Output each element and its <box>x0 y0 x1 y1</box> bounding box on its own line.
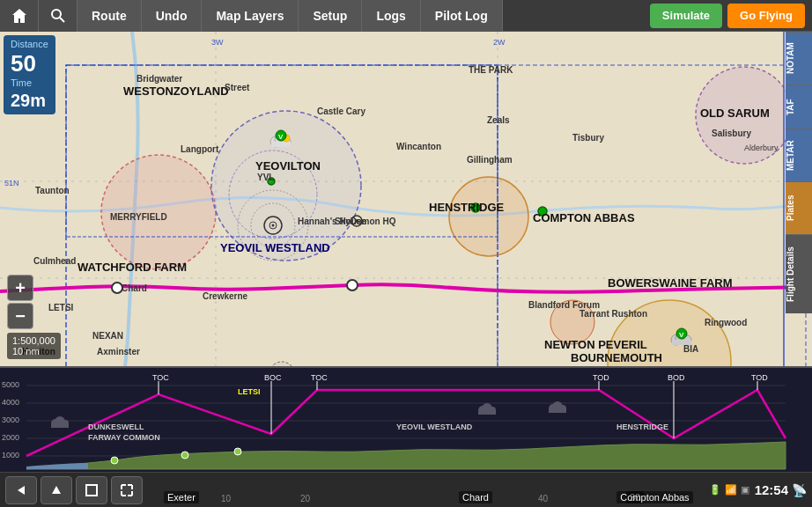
network-icon: 📶 <box>725 484 737 496</box>
svg-text:V: V <box>679 331 684 339</box>
svg-text:TOD: TOD <box>593 373 609 382</box>
nav-up-button[interactable] <box>41 476 72 504</box>
place-castle-cary: Castle Cary <box>317 107 365 116</box>
place-bowerswaine: BOWERSWAINE FARM <box>608 276 733 290</box>
svg-point-21 <box>272 224 275 227</box>
place-chard: Chard <box>122 283 147 293</box>
undo-button[interactable]: Undo <box>142 0 203 32</box>
setup-button[interactable]: Setup <box>299 0 362 32</box>
battery-icon: ▣ <box>741 484 749 496</box>
svg-text:4000: 4000 <box>2 398 19 407</box>
svg-rect-72 <box>549 408 566 413</box>
svg-text:2000: 2000 <box>2 433 19 442</box>
place-crewkerne: Crewkerne <box>203 291 247 301</box>
dist-40: 40 <box>538 494 548 503</box>
svg-point-7 <box>449 177 528 256</box>
svg-point-0 <box>52 10 61 18</box>
scale-panel: 1:500,000 10 nm <box>7 333 61 359</box>
place-tisbury: Tisbury <box>572 133 604 143</box>
place-bridgwater: Bridgwater <box>137 74 182 84</box>
place-old-sarum: OLD SARUM <box>700 107 770 120</box>
distance-label: Distance <box>11 39 48 50</box>
place-merryfield: MERRYFIELD <box>110 212 167 222</box>
scale-ratio: 1:500,000 <box>12 335 55 346</box>
svg-text:TOC: TOC <box>152 373 169 382</box>
svg-rect-94 <box>86 485 97 496</box>
home-button[interactable] <box>0 0 39 32</box>
clock: 12:54 <box>755 482 788 497</box>
dist-10: 10 <box>221 494 231 503</box>
svg-point-92 <box>234 448 241 455</box>
svg-text:YEOVIL WESTLAND: YEOVIL WESTLAND <box>396 422 473 431</box>
svg-text:51N: 51N <box>4 179 19 187</box>
svg-text:Alderbury: Alderbury <box>744 143 779 152</box>
main-area: V V 51N 3 <box>0 32 812 472</box>
svg-text:BOD: BOD <box>668 373 685 382</box>
svg-text:V: V <box>278 133 284 141</box>
place-culmhead: Culmhead <box>33 256 76 266</box>
svg-text:DUNKESWELL: DUNKESWELL <box>88 422 144 431</box>
route-button[interactable]: Route <box>78 0 142 32</box>
svg-rect-25 <box>271 142 291 147</box>
dist-20: 20 <box>300 494 310 503</box>
place-letsi: LETSI <box>48 303 73 312</box>
place-compton-abbas: COMPTON ABBAS <box>533 211 635 224</box>
pilot-log-button[interactable]: Pilot Log <box>421 0 503 32</box>
notam-button[interactable]: NOTAM <box>786 32 812 84</box>
place-street: Street <box>225 83 249 92</box>
place-tarrant-rushton: Tarrant Rushton <box>579 309 647 319</box>
place-yeovil-westland: YEOVIL WESTLAND <box>220 241 330 254</box>
place-nexan: NEXAN <box>92 331 123 341</box>
svg-text:BOC: BOC <box>264 373 282 382</box>
time-value: 29m <box>11 90 48 111</box>
distance-value: 50 <box>11 50 48 77</box>
place-henstridge: HENSTRIDGE <box>429 201 504 214</box>
svg-rect-64 <box>51 423 69 428</box>
flight-details-button[interactable]: Flight Details <box>786 234 812 313</box>
simulate-button[interactable]: Simulate <box>650 4 722 28</box>
svg-rect-68 <box>478 410 496 415</box>
map-svg: V V 51N 3 <box>0 32 812 366</box>
plates-button[interactable]: Plates <box>786 181 812 234</box>
map-layers-button[interactable]: Map Layers <box>202 0 299 32</box>
nav-square-button[interactable] <box>76 476 107 504</box>
zoom-in-button[interactable]: + <box>7 275 33 301</box>
place-gillingham: Gillingham <box>467 155 513 165</box>
waypoint-exeter: Exeter <box>164 491 199 503</box>
nav-back-button[interactable] <box>5 476 37 504</box>
svg-text:FARWAY COMMON: FARWAY COMMON <box>88 433 160 442</box>
status-icons: 🔋 📶 ▣ <box>709 484 749 496</box>
signal-icon: 🔋 <box>709 484 721 496</box>
go-flying-button[interactable]: Go Flying <box>727 4 805 28</box>
search-button[interactable] <box>39 0 78 32</box>
metar-button[interactable]: METAR <box>786 129 812 181</box>
map-container[interactable]: V V 51N 3 <box>0 32 812 366</box>
zoom-out-button[interactable]: − <box>7 303 33 329</box>
svg-text:TOD: TOD <box>751 373 768 382</box>
svg-text:TOC: TOC <box>311 373 328 382</box>
dist-time-panel: Distance 50 Time 29m <box>4 35 55 114</box>
time-label: Time <box>11 77 48 89</box>
place-yeovilton: YEOVILTON <box>255 159 321 173</box>
svg-text:HENSTRIDGE: HENSTRIDGE <box>616 422 668 431</box>
place-axminster: Axminster <box>97 347 140 356</box>
place-yvl: YVL <box>257 173 274 182</box>
svg-text:5000: 5000 <box>2 380 19 389</box>
logs-button[interactable]: Logs <box>362 0 420 32</box>
place-salisbury: Salisbury <box>712 129 751 138</box>
svg-point-91 <box>181 452 188 459</box>
profile-strip: 5000 4000 3000 2000 1000 <box>0 366 812 472</box>
place-newton-peveril: NEWTON PEVERIL <box>544 338 647 351</box>
scale-distance: 10 nm <box>12 346 55 356</box>
svg-text:3000: 3000 <box>2 415 19 424</box>
taf-button[interactable]: TAF <box>786 84 812 129</box>
place-bia: BIA <box>683 344 698 354</box>
bottom-bar: Exeter Chard 30 Compton Abbas 10 20 40 🔋… <box>0 472 812 507</box>
top-nav-bar: Route Undo Map Layers Setup Logs Pilot L… <box>0 0 812 32</box>
nav-expand-button[interactable] <box>111 476 143 504</box>
place-langport: Langport <box>181 144 218 154</box>
zoom-buttons: + − <box>7 275 33 331</box>
place-ringwood: Ringwood <box>705 318 747 327</box>
svg-text:2W: 2W <box>493 38 506 47</box>
place-the-park: THE PARK <box>469 65 513 75</box>
